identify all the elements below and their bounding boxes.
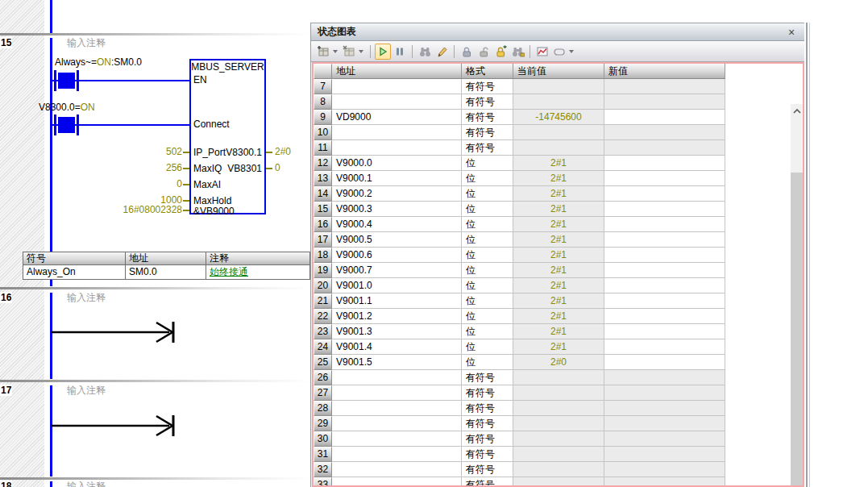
network-16-comment[interactable]: 输入注释 [67,292,106,303]
unforce-button[interactable] [476,44,492,60]
address-cell[interactable]: V9001.0 [332,278,462,293]
address-cell[interactable] [332,94,462,110]
new-value-cell[interactable] [604,217,725,232]
network-15-comment[interactable]: 输入注释 [67,37,106,48]
format-cell[interactable]: 位 [462,355,513,370]
new-value-cell[interactable] [604,140,725,156]
current-value-column-header[interactable]: 当前值 [513,64,604,79]
new-value-cell[interactable] [604,477,725,487]
address-cell[interactable]: V9000.7 [332,263,462,278]
address-cell[interactable] [332,416,462,431]
new-value-cell[interactable] [604,248,725,263]
new-value-cell[interactable] [604,385,725,401]
format-cell[interactable]: 位 [462,309,513,324]
ip-port-value[interactable]: 502 [105,146,182,157]
format-cell[interactable]: 有符号 [462,447,513,462]
address-cell[interactable] [332,125,462,140]
new-value-cell[interactable] [604,263,725,278]
empty-rung-arrow[interactable] [52,412,181,439]
mbus-server-block[interactable]: MBUS_SERVER EN Connect IP_Port MaxIQ Max… [189,59,266,214]
address-cell[interactable] [332,79,462,94]
format-cell[interactable]: 位 [462,156,513,171]
new-value-cell[interactable] [604,202,725,217]
address-cell[interactable] [332,401,462,416]
format-cell[interactable]: 有符号 [462,385,513,401]
row-number-cell[interactable]: 33 [314,477,332,487]
new-value-cell[interactable] [604,339,725,355]
format-cell[interactable]: 有符号 [462,401,513,416]
address-cell[interactable]: V9000.3 [332,202,462,217]
new-value-cell[interactable] [604,324,725,339]
new-value-cell[interactable] [604,355,725,370]
network-18-comment[interactable]: 输入注释 [67,481,106,487]
new-value-cell[interactable] [604,447,725,462]
new-value-cell[interactable] [604,309,725,324]
row-number-cell[interactable]: 15 [314,202,332,217]
format-cell[interactable]: 位 [462,171,513,186]
new-value-cell[interactable] [604,431,725,447]
address-cell[interactable]: V9000.4 [332,217,462,232]
new-value-cell[interactable] [604,171,725,186]
row-number-cell[interactable]: 18 [314,248,332,263]
new-value-column-header[interactable]: 新值 [604,64,725,79]
address-cell[interactable]: V9001.5 [332,355,462,370]
address-cell[interactable]: V9000.2 [332,186,462,202]
read-forced-button[interactable] [509,44,525,60]
format-column-header[interactable]: 格式 [462,64,513,79]
insert-chart-dropdown-icon[interactable] [333,50,338,53]
row-number-cell[interactable]: 13 [314,171,332,186]
format-cell[interactable]: 位 [462,202,513,217]
format-cell[interactable]: 位 [462,248,513,263]
vb9000-value[interactable]: 16#08002328 [105,204,182,215]
new-value-cell[interactable] [604,110,725,125]
address-cell[interactable] [332,140,462,156]
maxiq-value[interactable]: 256 [105,162,182,173]
format-cell[interactable]: 位 [462,339,513,355]
status-chart-titlebar[interactable]: 状态图表 × [311,23,804,41]
row-number-cell[interactable]: 11 [314,140,332,156]
address-cell[interactable] [332,447,462,462]
address-cell[interactable] [332,477,462,487]
address-cell[interactable]: V9001.4 [332,339,462,355]
new-value-cell[interactable] [604,156,725,171]
row-number-cell[interactable]: 12 [314,156,332,171]
address-cell[interactable]: VD9000 [332,110,462,125]
address-cell[interactable]: V9000.5 [332,232,462,248]
format-cell[interactable]: 位 [462,278,513,293]
delete-chart-button[interactable] [341,44,357,60]
delete-chart-dropdown-icon[interactable] [359,50,363,53]
new-value-cell[interactable] [604,401,725,416]
format-cell[interactable]: 有符号 [462,477,513,487]
scroll-up-icon[interactable] [791,104,804,118]
format-cell[interactable]: 有符号 [462,110,513,125]
out2-value[interactable]: 0 [275,162,280,173]
row-number-cell[interactable]: 14 [314,186,332,202]
row-number-cell[interactable]: 30 [314,431,332,447]
row-number-cell[interactable]: 8 [314,94,332,110]
format-cell[interactable]: 有符号 [462,140,513,156]
contact-v8300-0[interactable] [54,114,79,135]
new-value-cell[interactable] [604,79,725,94]
row-number-cell[interactable]: 29 [314,416,332,431]
format-cell[interactable]: 有符号 [462,94,513,110]
row-number-cell[interactable]: 25 [314,355,332,370]
vertical-scrollbar[interactable] [791,104,804,484]
row-number-cell[interactable]: 22 [314,309,332,324]
properties-button[interactable] [551,44,567,60]
new-value-cell[interactable] [604,462,725,477]
address-column-header[interactable]: 地址 [332,64,462,79]
row-number-cell[interactable]: 31 [314,447,332,462]
address-cell[interactable] [332,385,462,401]
new-value-cell[interactable] [604,293,725,309]
format-cell[interactable]: 有符号 [462,462,513,477]
chart-status-on-button[interactable] [375,44,391,60]
format-cell[interactable]: 位 [462,293,513,309]
address-cell[interactable]: V9000.0 [332,156,462,171]
address-cell[interactable]: V9000.1 [332,171,462,186]
format-cell[interactable]: 位 [462,186,513,202]
properties-dropdown-icon[interactable] [569,50,574,53]
format-cell[interactable]: 位 [462,263,513,278]
address-cell[interactable] [332,370,462,385]
unforce-all-button[interactable] [492,44,509,60]
contact2-operand-label[interactable]: V8300.0=ON [39,102,95,113]
